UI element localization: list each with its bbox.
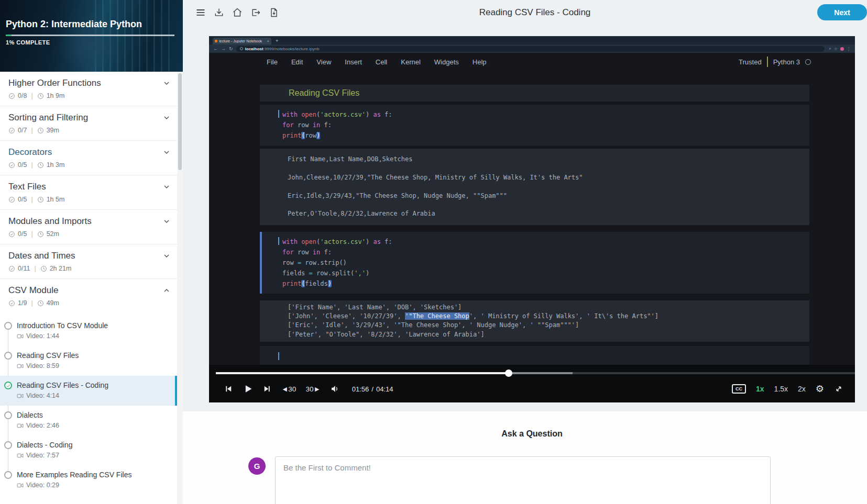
module-csv-module[interactable]: CSV Module 1/9 | 49m — [0, 279, 177, 313]
video-browser-urlbar: ← → ↻ localhost:9999/notebooks/lecture.i… — [209, 44, 855, 53]
module-meta: 0/5 | 52m — [8, 230, 171, 238]
clock-icon — [37, 127, 44, 134]
seek-handle[interactable] — [505, 369, 512, 377]
module-higher-order-functions[interactable]: Higher Order Functions 0/8 | 1h 9m — [0, 72, 177, 106]
module-completed-count: 0/7 — [18, 127, 27, 134]
lesson-item-dialects-coding[interactable]: Dialects - Coding Video: 7:57 — [0, 435, 177, 465]
lesson-meta: Video: 0:29 — [17, 481, 170, 489]
chevron-up-icon[interactable] — [162, 286, 171, 295]
comment-input[interactable] — [275, 456, 771, 504]
chevron-down-icon[interactable] — [162, 148, 171, 156]
chevron-down-icon[interactable] — [162, 252, 171, 260]
kernel-name: Python 3 — [773, 58, 800, 66]
jupyter-menu-edit: Edit — [291, 58, 303, 66]
module-completed-count: 0/11 — [18, 265, 30, 272]
fullscreen-icon[interactable] — [834, 384, 843, 394]
clock-icon — [37, 162, 44, 169]
url-path: :9999/notebooks/lecture.ipynb — [264, 47, 320, 51]
profile-avatar — [840, 47, 844, 51]
check-circle-icon — [8, 196, 15, 203]
browser-tab-title: lecture - Jupyter Notebook — [219, 39, 265, 43]
text-cursor — [278, 352, 279, 360]
rewind-30-button[interactable]: ◄30 — [281, 385, 296, 393]
home-icon[interactable] — [232, 7, 243, 18]
menu-icon[interactable] — [195, 7, 206, 18]
previous-track-icon[interactable] — [224, 384, 233, 394]
empty-code-cell — [260, 346, 809, 365]
video-player[interactable]: lecture - Jupyter Notebook × + ← → ↻ loc… — [209, 36, 855, 402]
time-display: 01:56 / 04:14 — [352, 385, 393, 393]
lesson-item-introduction-to-csv-module[interactable]: Introduction To CSV Module Video: 1:44 — [0, 316, 177, 346]
volume-icon[interactable] — [330, 384, 339, 394]
lesson-duration: Video: 7:57 — [26, 452, 59, 459]
video-camera-icon — [17, 393, 24, 399]
current-time: 01:56 — [352, 385, 369, 393]
kernel-status-icon — [805, 59, 811, 65]
speed-1-5x-button[interactable]: 1.5x — [774, 385, 788, 393]
url-host: localhost — [245, 47, 264, 51]
code-cell-1-output: First Name,Last Name,DOB,Sketches John,C… — [260, 149, 809, 225]
main-content: Reading CSV Files - Coding Next lecture … — [183, 0, 867, 504]
jupyter-menu-help: Help — [473, 58, 487, 66]
share-icon[interactable] — [250, 7, 261, 18]
module-dates-and-times[interactable]: Dates and Times 0/11 | 2h 21m — [0, 244, 177, 279]
module-meta: 0/5 | 1h 3m — [8, 161, 171, 169]
forward-30-button[interactable]: 30► — [305, 385, 320, 393]
lesson-title: Reading CSV Files - Coding — [17, 380, 170, 390]
course-progress-bar — [6, 35, 174, 36]
lesson-meta: Video: 2:46 — [17, 422, 170, 429]
closed-captions-button[interactable]: CC — [732, 384, 746, 394]
lesson-title: Dialects — [17, 410, 170, 420]
lesson-title: More Examples Reading CSV Files — [17, 470, 170, 480]
next-track-icon[interactable] — [262, 384, 272, 394]
lesson-item-reading-csv-files[interactable]: Reading CSV Files Video: 8:59 — [0, 346, 177, 376]
close-tab-icon: × — [267, 39, 269, 43]
jupyter-menu-insert: Insert — [345, 58, 362, 66]
chevron-down-icon[interactable] — [162, 217, 171, 226]
file-download-icon[interactable] — [269, 7, 279, 18]
lesson-status-circle-icon — [4, 322, 12, 330]
browser-toolbar-icons: ⌕ ☆ ⋮ — [829, 46, 851, 51]
jupyter-menu-widgets: Widgets — [434, 58, 459, 66]
meta-separator: | — [31, 196, 32, 203]
video-camera-icon — [17, 482, 24, 489]
more-icon: ⋮ — [847, 47, 851, 51]
module-duration: 49m — [47, 299, 59, 307]
lesson-item-dialects[interactable]: Dialects Video: 2:46 — [0, 406, 177, 435]
check-circle-icon — [8, 265, 15, 272]
video-camera-icon — [17, 452, 24, 459]
ask-a-question-heading: Ask a Question — [209, 429, 855, 439]
lesson-meta: Video: 1:44 — [17, 332, 170, 340]
text-cursor — [278, 237, 279, 245]
module-duration: 1h 5m — [47, 196, 65, 203]
lesson-complete-check-icon — [4, 382, 12, 389]
jupyter-menu-view: View — [316, 58, 331, 66]
lesson-item-reading-csv-files-coding[interactable]: Reading CSV Files - Coding Video: 4:14 — [0, 376, 177, 406]
scrollbar-thumb[interactable] — [178, 73, 182, 170]
speed-2x-button[interactable]: 2x — [798, 385, 806, 393]
speed-1x-button[interactable]: 1x — [756, 385, 764, 393]
module-decorators[interactable]: Decorators 0/5 | 1h 3m — [0, 141, 177, 175]
download-icon[interactable] — [214, 7, 224, 18]
check-circle-icon — [8, 162, 15, 169]
module-completed-count: 0/5 — [18, 196, 27, 203]
module-text-files[interactable]: Text Files 0/5 | 1h 5m — [0, 175, 177, 210]
lesson-duration: Video: 0:29 — [26, 481, 59, 489]
play-icon[interactable] — [243, 384, 253, 394]
module-sorting-and-filtering[interactable]: Sorting and Filtering 0/7 | 39m — [0, 106, 177, 141]
module-modules-and-imports[interactable]: Modules and Imports 0/5 | 52m — [0, 210, 177, 244]
lesson-list: Introduction To CSV Module Video: 1:44 R… — [0, 313, 177, 495]
lesson-status-circle-icon — [4, 441, 12, 449]
module-completed-count: 0/8 — [18, 92, 27, 99]
chevron-down-icon[interactable] — [162, 114, 171, 122]
chevron-down-icon[interactable] — [162, 79, 171, 87]
sidebar-scrollbar[interactable] — [177, 72, 183, 504]
next-button[interactable]: Next — [817, 4, 867, 20]
seek-bar[interactable] — [216, 372, 855, 374]
notebook-cells: Reading CSV Files with open('actors.csv'… — [260, 71, 809, 365]
lesson-item-more-examples-reading-csv-files[interactable]: More Examples Reading CSV Files Video: 0… — [0, 465, 177, 495]
settings-gear-icon[interactable]: ⚙ — [816, 383, 824, 395]
jupyter-favicon — [215, 40, 217, 42]
user-avatar: G — [248, 457, 266, 475]
chevron-down-icon[interactable] — [162, 183, 171, 191]
